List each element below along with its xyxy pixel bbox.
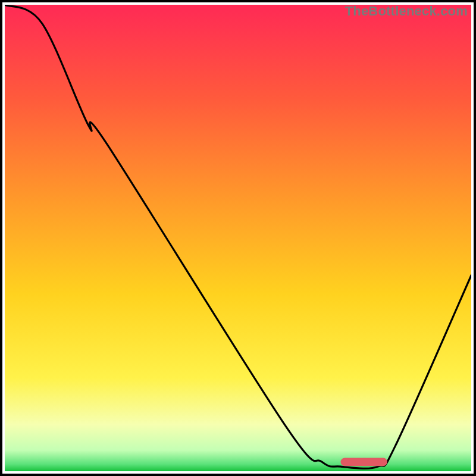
chart-frame: TheBottleneck.com [0, 0, 476, 476]
optimal-range-marker [340, 458, 387, 466]
gradient-background [5, 5, 471, 471]
plot-area: TheBottleneck.com [5, 5, 471, 471]
watermark-text: TheBottleneck.com [345, 4, 468, 19]
bottleneck-chart [5, 5, 471, 471]
